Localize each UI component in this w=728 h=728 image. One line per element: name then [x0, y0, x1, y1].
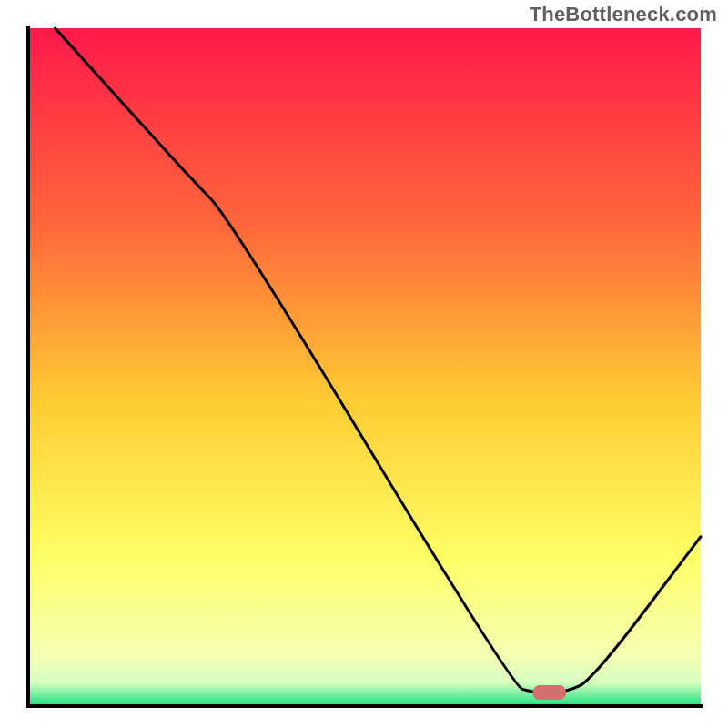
plot-background [28, 28, 701, 706]
chart-container: TheBottleneck.com [0, 0, 728, 728]
bottleneck-chart [0, 0, 728, 728]
optimal-marker [532, 685, 566, 700]
